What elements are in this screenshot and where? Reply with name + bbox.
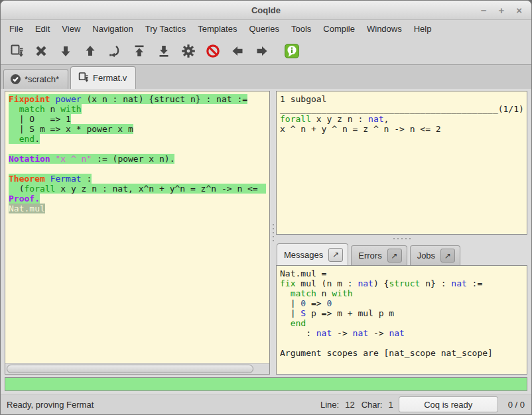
menu-compile[interactable]: Compile bbox=[317, 21, 361, 36]
tab-label: Jobs bbox=[417, 251, 435, 261]
tab-label: *scratch* bbox=[25, 74, 59, 84]
line-value: 12 bbox=[345, 400, 354, 410]
code-line: Notation "x ^ n" := (power x n). bbox=[9, 154, 266, 164]
go-to-end-icon bbox=[156, 43, 172, 59]
menubar: FileEditViewNavigationTry TacticsTemplat… bbox=[1, 20, 531, 37]
menu-queries[interactable]: Queries bbox=[243, 21, 285, 36]
menu-view[interactable]: View bbox=[56, 21, 86, 36]
make-button[interactable] bbox=[176, 40, 200, 62]
messages-view[interactable]: Nat.mul = fix mul (n m : nat) {struct n}… bbox=[276, 265, 527, 375]
main-content: Fixpoint power (x n : nat) {struct n} : … bbox=[1, 89, 531, 376]
progress-fill bbox=[5, 378, 527, 390]
progress-bar bbox=[5, 377, 527, 391]
tab-messages[interactable]: Messages ↗ bbox=[277, 243, 348, 265]
script-editor[interactable]: Fixpoint power (x n : nat) {struct n} : … bbox=[5, 91, 269, 363]
tab-label: Messages bbox=[284, 250, 323, 260]
step-backward-button[interactable] bbox=[78, 40, 102, 62]
code-line bbox=[9, 164, 266, 174]
forward-button[interactable] bbox=[249, 40, 274, 62]
close-button[interactable]: × bbox=[516, 5, 522, 15]
coq-status-button[interactable]: Coq is ready bbox=[399, 396, 498, 412]
menu-try-tactics[interactable]: Try Tactics bbox=[139, 21, 192, 36]
detach-arrow-icon: ↗ bbox=[444, 251, 451, 261]
char-label: Char: bbox=[362, 400, 383, 410]
job-counter: 0 / 0 bbox=[508, 400, 525, 410]
tab-jobs[interactable]: Jobs ↗ bbox=[410, 245, 460, 265]
code-line bbox=[9, 144, 266, 154]
minimize-button[interactable]: − bbox=[481, 5, 487, 15]
step-forward-button[interactable] bbox=[53, 40, 78, 62]
back-button[interactable] bbox=[225, 40, 249, 62]
about-button[interactable] bbox=[279, 40, 304, 62]
step-forward-icon bbox=[58, 43, 74, 59]
check-circle-icon bbox=[10, 74, 21, 85]
code-line: Nat.mul bbox=[9, 204, 266, 213]
code-line: match n with bbox=[280, 288, 523, 298]
code-line: end bbox=[280, 318, 523, 328]
detach-messages-button[interactable]: ↗ bbox=[328, 248, 343, 262]
code-line: Nat.mul = bbox=[280, 268, 523, 278]
coq-status-text: Coq is ready bbox=[424, 400, 472, 410]
code-line: | 0 => 0 bbox=[280, 298, 523, 308]
horizontal-splitter[interactable] bbox=[276, 235, 527, 243]
code-line: Argument scopes are [nat_scope nat_scope… bbox=[280, 348, 523, 358]
code-line: forall x y z n : nat, bbox=[280, 114, 523, 124]
close-buffer-button[interactable] bbox=[29, 40, 53, 62]
coqide-window: CoqIde − + × FileEditViewNavigationTry T… bbox=[0, 0, 532, 415]
menu-file[interactable]: File bbox=[3, 21, 29, 36]
code-line: Fixpoint power (x n : nat) {struct n} : … bbox=[9, 94, 266, 104]
menu-navigation[interactable]: Navigation bbox=[86, 21, 139, 36]
code-line: Theorem Fermat : bbox=[9, 174, 266, 184]
right-column: 1 subgoal_______________________________… bbox=[276, 91, 527, 375]
step-backward-icon bbox=[82, 43, 98, 59]
status-message: Ready, proving Fermat bbox=[7, 400, 314, 410]
progress-row bbox=[1, 376, 531, 394]
save-button[interactable] bbox=[4, 40, 29, 62]
code-line: Proof. bbox=[9, 194, 266, 204]
toolbar bbox=[1, 37, 531, 64]
code-line: | S m => x * power x m bbox=[9, 124, 266, 134]
interrupt-icon bbox=[205, 43, 221, 59]
tab-scratch[interactable]: *scratch* bbox=[3, 69, 68, 89]
window-title: CoqIde bbox=[1, 5, 531, 15]
menu-edit[interactable]: Edit bbox=[29, 21, 56, 36]
restart-icon bbox=[131, 43, 147, 59]
tab-errors[interactable]: Errors ↗ bbox=[351, 245, 407, 265]
go-to-end-button[interactable] bbox=[151, 40, 176, 62]
line-label: Line: bbox=[320, 400, 339, 410]
detach-arrow-icon: ↗ bbox=[332, 250, 339, 259]
save-icon bbox=[9, 43, 25, 59]
menu-windows[interactable]: Windows bbox=[361, 21, 408, 36]
tab-fermat[interactable]: Fermat.v bbox=[70, 66, 136, 89]
scrollbar-thumb[interactable] bbox=[7, 365, 253, 373]
forward-icon bbox=[254, 43, 270, 59]
save-page-icon bbox=[77, 72, 90, 84]
go-to-cursor-button[interactable] bbox=[102, 40, 127, 62]
interrupt-button[interactable] bbox=[200, 40, 225, 62]
code-line: fix mul (n m : nat) {struct n} : nat := bbox=[280, 278, 523, 288]
back-icon bbox=[230, 43, 245, 59]
menu-tools[interactable]: Tools bbox=[285, 21, 317, 36]
detach-arrow-icon: ↗ bbox=[391, 251, 398, 261]
restart-button[interactable] bbox=[127, 40, 151, 62]
code-line: x ^ n + y ^ n = z ^ n -> n <= 2 bbox=[280, 124, 523, 134]
titlebar[interactable]: CoqIde − + × bbox=[1, 1, 531, 20]
menu-help[interactable]: Help bbox=[408, 21, 438, 36]
buffer-tabstrip: *scratch* Fermat.v bbox=[1, 64, 531, 89]
code-line: | O => 1 bbox=[9, 114, 266, 124]
code-line: : nat -> nat -> nat bbox=[280, 328, 523, 338]
goals-view[interactable]: 1 subgoal_______________________________… bbox=[276, 91, 527, 235]
char-value: 1 bbox=[388, 400, 393, 410]
menu-templates[interactable]: Templates bbox=[192, 21, 243, 36]
code-line: ________________________________________… bbox=[280, 104, 523, 114]
window-controls: − + × bbox=[481, 5, 531, 15]
detach-jobs-button[interactable]: ↗ bbox=[440, 249, 455, 263]
statusbar: Ready, proving Fermat Line: 12 Char: 1 C… bbox=[1, 394, 531, 414]
detach-errors-button[interactable]: ↗ bbox=[387, 249, 402, 263]
horizontal-scrollbar[interactable] bbox=[5, 363, 269, 374]
close-buffer-icon bbox=[33, 43, 49, 59]
tab-label: Errors bbox=[358, 251, 381, 261]
vertical-splitter[interactable] bbox=[270, 91, 276, 375]
tab-label: Fermat.v bbox=[93, 73, 127, 83]
maximize-button[interactable]: + bbox=[498, 5, 504, 15]
